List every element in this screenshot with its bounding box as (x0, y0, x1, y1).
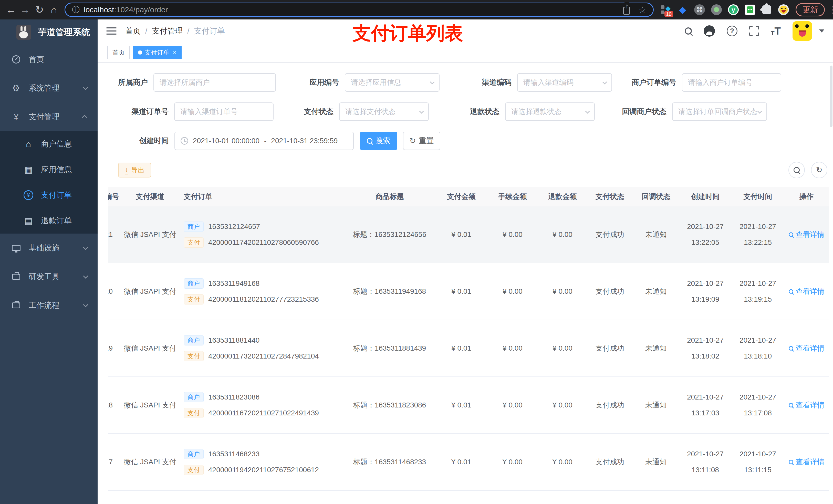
extension-green-dot-icon[interactable] (711, 4, 722, 15)
extension-chat-icon[interactable] (745, 5, 755, 15)
chrome-update-button[interactable]: 更新 (795, 3, 825, 16)
sidebar-item-dev-tools[interactable]: 研发工具 (0, 262, 98, 291)
extension-area: ◆ 10 ◆ ⌘ y (660, 4, 789, 15)
document-icon: ▤ (23, 216, 34, 226)
browser-home-icon[interactable]: ⌂ (47, 3, 61, 17)
create-time-range-picker[interactable]: 2021-10-01 00:00:00 - 2021-10-31 23:59:5… (174, 131, 354, 150)
table-row: 20 微信 JSAPI 支付 商户1635311949168 支付4200001… (108, 263, 829, 320)
browser-menu-icon[interactable]: ⋮ (828, 4, 833, 15)
user-avatar[interactable] (792, 21, 812, 41)
search-icon (789, 289, 793, 294)
callback-status-select[interactable]: 请选择订单回调商户状态 (672, 102, 767, 121)
collapse-sidebar-icon[interactable] (106, 27, 117, 34)
scrollbar-thumb[interactable] (830, 66, 832, 127)
download-icon: ↓ (125, 166, 128, 174)
channel-order-no-input[interactable]: 请输入渠道订单号 (174, 102, 273, 121)
channel-code-select[interactable]: 请输入渠道编码 (517, 73, 612, 92)
app-select[interactable]: 请选择应用信息 (345, 73, 439, 92)
merchant-order-no-input[interactable]: 请输入商户订单编号 (682, 73, 781, 92)
merchant-tag: 商户 (184, 221, 204, 232)
chevron-down-icon (83, 273, 88, 279)
search-button[interactable]: 搜索 (360, 131, 397, 150)
chevron-down-icon (602, 80, 607, 84)
grid-icon: ▦ (23, 164, 34, 175)
sidebar-item-merchant-info[interactable]: ⌂ 商户信息 (0, 131, 98, 157)
refund-status-select[interactable]: 请选择退款状态 (505, 102, 595, 121)
chevron-up-icon (82, 115, 87, 120)
view-detail-link[interactable]: 查看详情 (784, 287, 829, 296)
extension-command-icon[interactable]: ⌘ (694, 4, 705, 15)
top-navbar: 首页 / 支付管理 / 支付订单 ? TT (98, 20, 833, 43)
col-amount: 支付金额 (436, 192, 487, 201)
refresh-button[interactable]: ↻ (811, 162, 827, 178)
sidebar-item-system[interactable]: ⚙ 系统管理 (0, 74, 98, 102)
status-badge: 支付成功 (587, 287, 633, 296)
col-created: 创建时间 (679, 192, 732, 201)
pay-circle-icon: ¥ (23, 190, 34, 200)
sidebar-item-app-info[interactable]: ▦ 应用信息 (0, 157, 98, 182)
app-label: 应用编号 (309, 77, 339, 88)
tab-home[interactable]: 首页 (107, 46, 130, 59)
sidebar-item-refund-order[interactable]: ▤ 退款订单 (0, 208, 98, 234)
bookmark-star-icon[interactable]: ☆ (639, 5, 646, 15)
browser-forward-icon[interactable]: → (18, 3, 32, 17)
site-info-icon[interactable]: ⓘ (72, 5, 80, 15)
sidebar-item-payment[interactable]: ¥ 支付管理 (0, 102, 98, 131)
merchant-tag: 商户 (184, 392, 204, 402)
pay-tag: 支付 (184, 408, 204, 418)
sidebar-item-pay-order[interactable]: ¥ 支付订单 (0, 182, 98, 208)
fullscreen-icon[interactable] (749, 26, 759, 36)
extension-puzzle-icon[interactable] (761, 4, 772, 15)
col-action: 操作 (784, 192, 829, 201)
table-row: 17 微信 JSAPI 支付 商户1635311468233 支付4200001… (108, 434, 829, 491)
col-id: 编号 (108, 192, 121, 201)
view-detail-link[interactable]: 查看详情 (784, 343, 829, 353)
pay-status-label: 支付状态 (304, 106, 334, 117)
browser-back-icon[interactable]: ← (4, 3, 18, 17)
close-tab-icon[interactable]: × (173, 49, 176, 56)
browser-reload-icon[interactable]: ↻ (32, 3, 47, 17)
search-icon[interactable] (685, 27, 692, 34)
view-detail-link[interactable]: 查看详情 (784, 230, 829, 239)
filter-row-1: 所属商户 请选择所属商户 应用编号 请选择应用信息 渠道编码 请输入渠道编码 商… (108, 73, 829, 92)
breadcrumb-home[interactable]: 首页 (125, 26, 141, 37)
table-row: 18 微信 JSAPI 支付 商户1635311823086 支付4200001… (108, 377, 829, 434)
share-icon[interactable] (623, 7, 630, 15)
extension-emoji-icon[interactable] (778, 4, 789, 15)
view-detail-link[interactable]: 查看详情 (784, 400, 829, 410)
merchant-tag: 商户 (184, 449, 204, 459)
extension-gem-icon[interactable]: ◆ (677, 4, 688, 15)
app-logo: 芋道管理系统 (0, 20, 98, 45)
address-bar[interactable]: ⓘ localhost:1024/pay/order ☆ (65, 3, 654, 17)
merchant-input[interactable]: 请选择所属商户 (153, 73, 276, 92)
sidebar-item-infrastructure[interactable]: 基础设施 (0, 234, 98, 262)
briefcase-icon (10, 274, 22, 280)
github-icon[interactable] (704, 25, 715, 37)
extension-y-icon[interactable]: y (728, 4, 739, 15)
pay-tag: 支付 (184, 465, 204, 475)
avatar-caret-icon[interactable] (819, 29, 824, 32)
chevron-down-icon (585, 109, 590, 114)
sidebar-submenu: ⌂ 商户信息 ▦ 应用信息 ¥ 支付订单 ▤ 退款订单 (0, 131, 98, 234)
date-start: 2021-10-01 00:00:00 (193, 137, 260, 145)
sidebar-item-home[interactable]: 首页 (0, 45, 98, 74)
help-icon[interactable]: ? (727, 26, 737, 37)
show-search-toggle-button[interactable] (788, 162, 805, 178)
pay-status-select[interactable]: 请选择支付状态 (339, 102, 429, 121)
view-detail-link[interactable]: 查看详情 (784, 457, 829, 467)
merchant-order-no-label: 商户订单编号 (632, 77, 676, 88)
export-button[interactable]: ↓ 导出 (118, 163, 151, 177)
extension-badge: 10 (664, 11, 673, 17)
extension-tampermonkey-icon[interactable]: ◆ 10 (660, 4, 671, 15)
font-size-icon[interactable]: TT (771, 25, 781, 37)
sidebar-item-workflow[interactable]: 工作流程 (0, 291, 98, 320)
status-badge: 支付成功 (587, 457, 633, 467)
reset-button[interactable]: ↻ 重置 (403, 131, 440, 150)
shop-icon: ⌂ (23, 139, 34, 149)
breadcrumb-payment[interactable]: 支付管理 (152, 26, 183, 37)
tab-pay-order[interactable]: 支付订单 × (133, 46, 182, 59)
gear-icon: ⚙ (10, 83, 22, 93)
active-tab-dot (138, 50, 142, 54)
search-icon (789, 232, 793, 237)
clock-icon (181, 137, 188, 145)
